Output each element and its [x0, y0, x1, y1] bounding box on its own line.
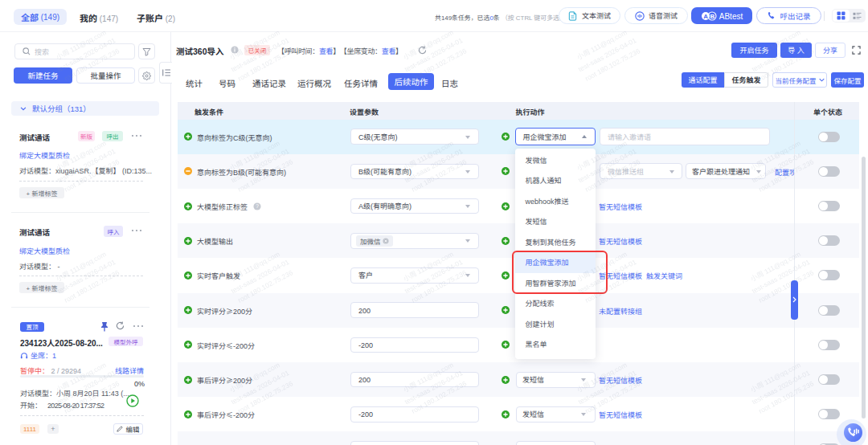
svg-text:?: ?	[256, 203, 259, 209]
svg-text:A: A	[703, 12, 708, 19]
svg-text:B: B	[710, 12, 714, 19]
